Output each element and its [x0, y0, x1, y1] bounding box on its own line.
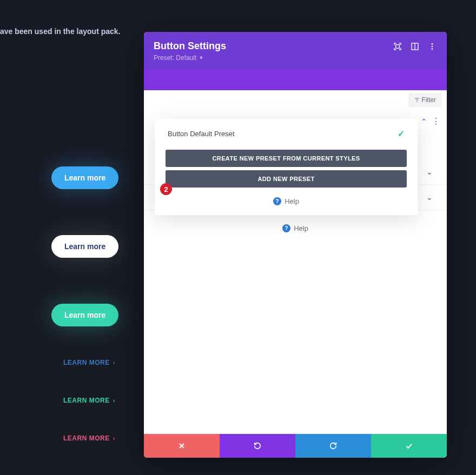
preset-label-text: Preset: Default — [154, 54, 196, 62]
more-vertical-icon[interactable]: ⋮ — [432, 116, 440, 126]
caret-down-icon: ▼ — [199, 55, 203, 61]
check-icon: ✓ — [398, 129, 405, 139]
help-label: Help — [294, 224, 308, 232]
filter-button[interactable]: Filter — [408, 93, 441, 107]
learn-more-blue-button[interactable]: Learn more — [51, 166, 118, 189]
help-label: Help — [285, 197, 299, 205]
svg-point-3 — [432, 43, 433, 45]
chevron-right-icon: › — [113, 359, 115, 366]
add-new-preset-button[interactable]: ADD NEW PRESET — [166, 170, 407, 188]
expand-icon[interactable] — [393, 42, 402, 51]
more-vertical-icon[interactable] — [427, 42, 437, 51]
tab-bar — [144, 69, 447, 90]
link-label: LEARN MORE — [63, 359, 110, 366]
button-settings-modal: Button Settings Preset: Default ▼ Filter — [144, 32, 447, 458]
learn-more-white-button[interactable]: Learn more — [51, 235, 118, 258]
preset-option-default[interactable]: Button Default Preset ✓ — [155, 119, 418, 146]
learn-more-pink-link[interactable]: LEARN MORE › — [51, 434, 115, 442]
layout-icon[interactable] — [410, 42, 420, 51]
filter-label: Filter — [421, 96, 436, 104]
chevron-up-icon[interactable]: ⌃ — [421, 117, 427, 126]
link-label: LEARN MORE — [63, 397, 110, 404]
link-label: LEARN MORE — [63, 434, 110, 442]
svg-point-5 — [432, 48, 433, 50]
help-icon: ? — [282, 224, 290, 232]
header-icons — [393, 42, 437, 51]
help-icon: ? — [273, 197, 281, 205]
learn-more-teal-button[interactable]: Learn more — [51, 304, 118, 326]
preview-buttons-column: Learn more Learn more Learn more LEARN M… — [51, 166, 118, 472]
modal-header: Button Settings Preset: Default ▼ — [144, 32, 447, 69]
preset-option-label: Button Default Preset — [168, 130, 235, 138]
chevron-right-icon: › — [113, 397, 115, 404]
svg-point-4 — [432, 45, 433, 47]
create-preset-from-styles-button[interactable]: CREATE NEW PRESET FROM CURRENT STYLES — [166, 150, 407, 167]
save-button[interactable] — [371, 434, 447, 458]
chevron-right-icon: › — [113, 435, 115, 441]
learn-more-teal-link[interactable]: LEARN MORE › — [51, 397, 115, 404]
preset-dropdown-toggle[interactable]: Preset: Default ▼ — [154, 54, 203, 62]
learn-more-blue-link[interactable]: LEARN MORE › — [51, 359, 115, 366]
preset-dropdown: 2 Button Default Preset ✓ CREATE NEW PRE… — [155, 119, 418, 215]
modal-body: Filter ⌃ ⋮ 2 Button Default Preset ✓ CRE… — [144, 90, 447, 434]
background-text: ave been used in the layout pack. — [0, 27, 121, 36]
step-badge: 2 — [160, 183, 172, 195]
redo-button[interactable] — [295, 434, 371, 458]
modal-title: Button Settings — [154, 41, 226, 52]
modal-footer — [144, 434, 447, 458]
body-help-link[interactable]: ? Help — [144, 210, 447, 246]
chevron-down-icon: ⌄ — [426, 193, 433, 202]
svg-rect-0 — [396, 44, 400, 48]
cancel-button[interactable] — [144, 434, 220, 458]
chevron-down-icon: ⌄ — [426, 168, 433, 176]
section-controls: ⌃ ⋮ — [421, 116, 440, 126]
undo-button[interactable] — [220, 434, 295, 458]
dropdown-help-link[interactable]: ? Help — [155, 191, 418, 206]
